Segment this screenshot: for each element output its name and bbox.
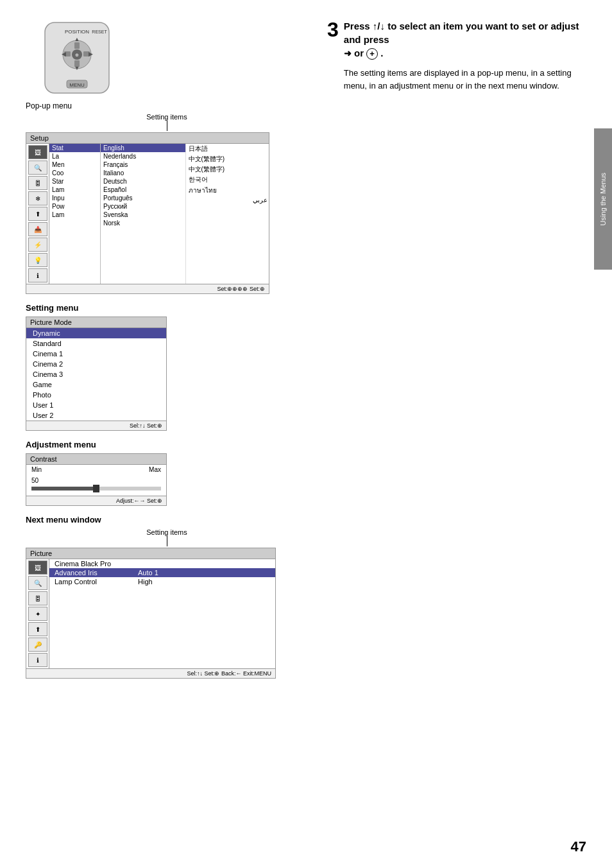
menu-item-la[interactable]: La bbox=[49, 152, 100, 161]
next-row-1-col2: Auto 1 bbox=[138, 569, 270, 577]
svg-text:◀: ◀ bbox=[62, 51, 66, 57]
lang-korean[interactable]: 한국어 bbox=[186, 175, 271, 185]
adjustment-menu-label: Adjustment menu bbox=[26, 440, 308, 449]
setting-items-label: Setting items bbox=[146, 113, 187, 121]
icon-item-2[interactable]: 🔍 bbox=[28, 161, 47, 175]
svg-text:▲: ▲ bbox=[74, 36, 80, 42]
adjustment-menu-header: Contrast bbox=[26, 454, 166, 465]
setting-item-cinema2[interactable]: Cinema 2 bbox=[26, 359, 166, 369]
setting-items-indicator: Setting items bbox=[26, 113, 308, 131]
setting-menu-box: Picture Mode Dynamic Standard Cinema 1 C… bbox=[26, 317, 167, 431]
setting-item-cinema1[interactable]: Cinema 1 bbox=[26, 349, 166, 359]
icon-item-6[interactable]: 📥 bbox=[28, 222, 47, 236]
menu-item-star[interactable]: Star bbox=[49, 177, 100, 186]
icon-item-1[interactable]: 🖼 bbox=[28, 145, 47, 159]
lang-thai[interactable]: ภาษาไทย bbox=[186, 185, 271, 196]
lang-espanol[interactable]: Español bbox=[101, 186, 185, 194]
next-icon-1[interactable]: 🖼 bbox=[28, 560, 47, 575]
menu-item-lam2[interactable]: Lam bbox=[49, 211, 100, 219]
lang-italiano[interactable]: Italiano bbox=[101, 169, 185, 177]
adjustment-menu-box: Contrast Min Max 50 Adjust:←→ Set:⊕ bbox=[26, 453, 167, 506]
next-menu-row-2: Lamp Control High bbox=[49, 577, 275, 586]
menu-item-lam[interactable]: Lam bbox=[49, 186, 100, 194]
setting-item-game[interactable]: Game bbox=[26, 379, 166, 390]
page-number: 47 bbox=[571, 838, 586, 855]
setting-item-user2[interactable]: User 2 bbox=[26, 410, 166, 421]
setting-menu-items: Dynamic Standard Cinema 1 Cinema 2 Cinem… bbox=[26, 328, 166, 421]
remote-control-image: POSITION RESET ⊕ ▲ ▼ bbox=[26, 19, 128, 96]
setting-menu-label: Setting menu bbox=[26, 303, 308, 313]
menu-item-pow[interactable]: Pow bbox=[49, 202, 100, 211]
lang-francais[interactable]: Français bbox=[101, 161, 185, 169]
next-row-2-col1: Lamp Control bbox=[55, 578, 132, 586]
lang-col-1: English Nederlands Français Italiano Deu… bbox=[101, 144, 186, 284]
popup-menu-box: Setup 🖼 🔍 🎛 ❄ ⬆ 📥 ⚡ 💡 ℹ bbox=[26, 132, 269, 294]
or-text: or bbox=[354, 48, 364, 58]
next-icon-5[interactable]: ⬆ bbox=[28, 622, 47, 636]
setting-item-cinema3[interactable]: Cinema 3 bbox=[26, 369, 166, 379]
next-menu-row-1[interactable]: Advanced Iris Auto 1 bbox=[49, 568, 275, 577]
lang-deutsch[interactable]: Deutsch bbox=[101, 177, 185, 186]
step-content: Press ↑/↓ to select an item you want to … bbox=[344, 19, 586, 93]
next-menu-inner: 🖼 🔍 🎛 ✦ ⬆ 🔑 ℹ Cinema Black Pro bbox=[26, 559, 275, 668]
next-icon-4[interactable]: ✦ bbox=[28, 607, 47, 621]
next-row-2-col2: High bbox=[138, 578, 270, 586]
adjustment-slider-row[interactable]: 50 bbox=[26, 474, 166, 496]
menu-item-stat[interactable]: Stat bbox=[49, 144, 100, 152]
svg-text:⊕: ⊕ bbox=[75, 53, 79, 57]
popup-menu-header: Setup bbox=[26, 133, 269, 144]
icon-item-8[interactable]: 💡 bbox=[28, 253, 47, 267]
adjustment-menu-status: Adjust:←→ Set:⊕ bbox=[26, 496, 166, 505]
lang-chinese-trad2[interactable]: 中文(繁體字) bbox=[186, 164, 271, 175]
next-menu-header: Picture bbox=[26, 548, 275, 559]
sidebar-tab: Using the Menus bbox=[594, 128, 612, 270]
adjustment-max-label: Max bbox=[149, 466, 161, 473]
setting-item-standard[interactable]: Standard bbox=[26, 338, 166, 349]
setting-menu-header: Picture Mode bbox=[26, 317, 166, 328]
icon-item-7[interactable]: ⚡ bbox=[28, 238, 47, 252]
next-menu-box: Picture 🖼 🔍 🎛 ✦ ⬆ 🔑 ℹ bbox=[26, 548, 276, 679]
adjustment-min-label: Min bbox=[31, 466, 42, 473]
arrow-symbol: ➜ bbox=[344, 48, 352, 58]
icon-item-4[interactable]: ❄ bbox=[28, 191, 47, 205]
lang-nederlands[interactable]: Nederlands bbox=[101, 152, 185, 161]
menu-item-inpu[interactable]: Inpu bbox=[49, 194, 100, 202]
step-heading: Press ↑/↓ to select an item you want to … bbox=[344, 19, 586, 60]
icon-item-3[interactable]: 🎛 bbox=[28, 176, 47, 190]
menu-item-coo[interactable]: Coo bbox=[49, 169, 100, 177]
lang-japanese[interactable]: 日本語 bbox=[186, 144, 271, 154]
svg-rect-4 bbox=[74, 42, 80, 49]
next-menu-row-0: Cinema Black Pro bbox=[49, 559, 275, 568]
popup-menu-label: Pop-up menu bbox=[26, 101, 308, 110]
svg-text:MENU: MENU bbox=[69, 82, 85, 88]
lang-svenska[interactable]: Svenska bbox=[101, 211, 185, 219]
adjustment-value: 50 bbox=[31, 477, 38, 484]
setting-item-dynamic[interactable]: Dynamic bbox=[26, 328, 166, 338]
lang-russian[interactable]: Русский bbox=[101, 202, 185, 211]
adjustment-min-max-row: Min Max bbox=[26, 465, 166, 474]
circle-btn: + bbox=[366, 48, 378, 60]
next-setting-items-label: Setting items bbox=[146, 528, 187, 536]
icon-item-9[interactable]: ℹ bbox=[28, 268, 47, 282]
svg-text:RESET: RESET bbox=[92, 30, 107, 34]
lang-arabic[interactable]: عربي bbox=[186, 196, 271, 204]
lang-portugues[interactable]: Português bbox=[101, 194, 185, 202]
popup-menu-left-panel: Stat La Men Coo Star Lam Inpu Pow Lam bbox=[49, 144, 101, 284]
period: . bbox=[380, 48, 383, 58]
next-icon-6[interactable]: 🔑 bbox=[28, 638, 47, 652]
next-icon-7[interactable]: ℹ bbox=[28, 653, 47, 667]
icon-item-5[interactable]: ⬆ bbox=[28, 207, 47, 221]
setting-item-photo[interactable]: Photo bbox=[26, 390, 166, 400]
step-heading-text: Press ↑/↓ to select an item you want to … bbox=[344, 21, 579, 45]
setting-item-user1[interactable]: User 1 bbox=[26, 400, 166, 410]
lang-english[interactable]: English bbox=[101, 144, 185, 152]
popup-menu-status: Set:⊕⊕⊕⊕ Set:⊕ bbox=[26, 284, 269, 293]
menu-item-men[interactable]: Men bbox=[49, 161, 100, 169]
next-icon-2[interactable]: 🔍 bbox=[28, 576, 47, 590]
adjustment-slider-track[interactable] bbox=[31, 487, 161, 490]
lang-norsk[interactable]: Norsk bbox=[101, 219, 185, 227]
popup-menu-right-panel: English Nederlands Français Italiano Deu… bbox=[101, 144, 270, 284]
next-icon-3[interactable]: 🎛 bbox=[28, 591, 47, 605]
adjustment-slider-thumb[interactable] bbox=[93, 485, 99, 492]
lang-chinese-trad1[interactable]: 中文(繁體字) bbox=[186, 154, 271, 164]
